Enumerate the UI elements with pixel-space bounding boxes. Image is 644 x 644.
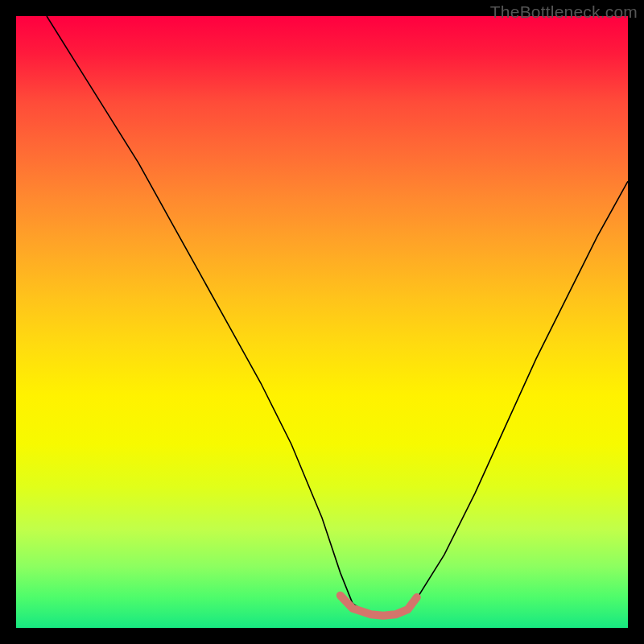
curve-layer (16, 16, 628, 628)
bottleneck-curve (47, 16, 628, 616)
watermark-text: TheBottleneck.com (490, 2, 638, 22)
plot-area (16, 16, 628, 628)
optimal-range-marker (341, 596, 417, 616)
chart-frame: TheBottleneck.com (0, 0, 644, 644)
